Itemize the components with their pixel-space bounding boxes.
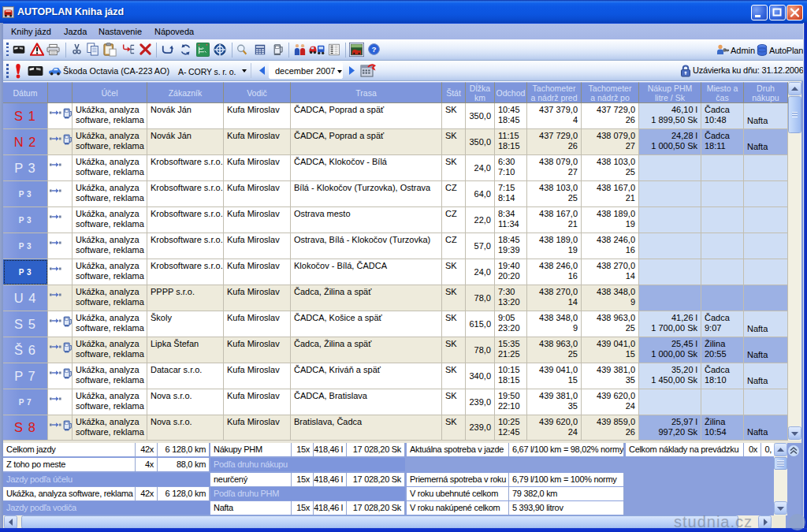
svg-text:?: ? bbox=[371, 45, 376, 54]
